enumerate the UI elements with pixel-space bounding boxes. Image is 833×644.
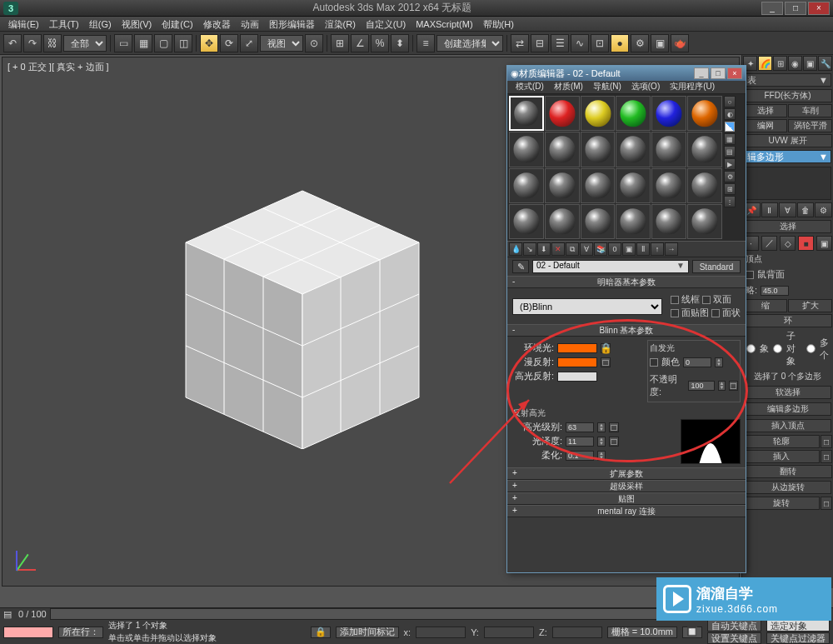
add-time-tag[interactable]: 添加时间标记 bbox=[336, 627, 399, 638]
stack-show[interactable]: Ⅱ bbox=[761, 202, 779, 217]
menu-render[interactable]: 渲染(R) bbox=[320, 17, 361, 31]
material-type-button[interactable]: Standard bbox=[692, 260, 741, 273]
go-parent-button[interactable]: ↑ bbox=[651, 242, 664, 256]
slot-23[interactable] bbox=[651, 204, 686, 239]
extended-rollup-header[interactable]: 扩展参数 bbox=[507, 468, 746, 480]
ring-button[interactable]: 环 bbox=[743, 314, 832, 327]
slot-11[interactable] bbox=[651, 132, 686, 167]
selection-rollup[interactable]: 选择 bbox=[744, 220, 831, 233]
select-button[interactable]: ▭ bbox=[114, 34, 132, 52]
video-check-button[interactable]: ▤ bbox=[724, 146, 736, 157]
slot-14[interactable] bbox=[545, 168, 580, 203]
material-editor-window[interactable]: ◉ 材质编辑器 - 02 - Default _ □ × 模式(D) 材质(M)… bbox=[506, 65, 746, 573]
sel-button[interactable]: 选择 bbox=[743, 104, 787, 117]
backface-check[interactable] bbox=[746, 271, 754, 279]
slot-13[interactable] bbox=[509, 168, 544, 203]
y-input[interactable] bbox=[484, 627, 534, 638]
slot-8[interactable] bbox=[545, 132, 580, 167]
put-to-scene-button[interactable]: ↘ bbox=[523, 242, 536, 256]
medit-maximize[interactable]: □ bbox=[711, 67, 726, 79]
select-name-button[interactable]: ▦ bbox=[134, 34, 152, 52]
subobj-edge[interactable]: ／ bbox=[761, 236, 777, 251]
expand-button[interactable]: 扩大 bbox=[788, 299, 832, 312]
viewport-label[interactable]: [ + 0 正交 ][ 真实 + 边面 ] bbox=[7, 61, 109, 73]
slot-4[interactable] bbox=[616, 96, 651, 131]
softsel-rollup[interactable]: 软选择 bbox=[744, 386, 831, 399]
lathe-button[interactable]: 车削 bbox=[788, 104, 832, 117]
inset-opt[interactable]: □ bbox=[821, 450, 832, 463]
outline-opt[interactable]: □ bbox=[821, 435, 832, 448]
slot-24[interactable] bbox=[687, 204, 722, 239]
background-toggle[interactable] bbox=[725, 122, 735, 132]
slot-17[interactable] bbox=[651, 168, 686, 203]
timeline-config[interactable]: ▤ bbox=[3, 609, 15, 620]
specular-swatch[interactable] bbox=[557, 372, 597, 382]
render-frame-button[interactable]: ▣ bbox=[651, 34, 669, 52]
selectionset-select[interactable]: 创建选择集 bbox=[436, 35, 503, 52]
selfillum-spin-arrows[interactable]: ▲▼ bbox=[715, 357, 723, 367]
slot-19[interactable] bbox=[509, 204, 544, 239]
scene-cube[interactable] bbox=[169, 182, 436, 449]
menu-modifiers[interactable]: 修改器 bbox=[198, 17, 236, 31]
medit-menu-nav[interactable]: 导航(N) bbox=[588, 81, 626, 93]
slot-16[interactable] bbox=[616, 168, 651, 203]
slot-7[interactable] bbox=[509, 132, 544, 167]
spin-button[interactable]: 旋转 bbox=[743, 497, 820, 510]
material-id-button[interactable]: 0 bbox=[608, 242, 621, 256]
stack-remove[interactable]: 🗑 bbox=[797, 202, 815, 217]
radio-subobj[interactable] bbox=[773, 344, 781, 352]
options-button[interactable]: ⚙ bbox=[724, 171, 736, 182]
opacity-map-button[interactable]: □ bbox=[729, 381, 738, 391]
modify-tab[interactable]: 🌈 bbox=[758, 56, 772, 71]
menu-maxscript[interactable]: MAXScript(M) bbox=[411, 17, 477, 31]
setkey-button[interactable]: 设置关键点 bbox=[707, 632, 761, 644]
menu-animation[interactable]: 动画 bbox=[236, 17, 264, 31]
angle-snap[interactable]: ∠ bbox=[351, 34, 369, 52]
lock-button[interactable]: 🔒 bbox=[311, 627, 331, 638]
ambient-swatch[interactable] bbox=[557, 343, 597, 353]
mray-rollup-header[interactable]: mental ray 连接 bbox=[507, 506, 746, 517]
selset-dropdown[interactable]: 选定对象 bbox=[766, 620, 830, 632]
uvw-button[interactable]: UVW 展开 bbox=[743, 134, 832, 147]
put-to-lib-button[interactable]: 📚 bbox=[594, 242, 607, 256]
motion-tab[interactable]: ◉ bbox=[788, 56, 802, 71]
slot-2[interactable] bbox=[545, 96, 580, 131]
show-end-result-button[interactable]: Ⅱ bbox=[636, 242, 650, 256]
medit-close[interactable]: × bbox=[727, 67, 742, 79]
diffuse-map-button[interactable]: □ bbox=[601, 357, 611, 367]
align-button[interactable]: ⊟ bbox=[531, 34, 549, 52]
selfillum-spinner[interactable]: 0 bbox=[683, 357, 711, 367]
script-listener[interactable] bbox=[3, 627, 53, 638]
spinner-snap[interactable]: ⬍ bbox=[391, 34, 409, 52]
outline-button[interactable]: 轮廓 bbox=[743, 435, 820, 448]
curve-editor-button[interactable]: ∿ bbox=[571, 34, 589, 52]
autokey-button[interactable]: 自动关键点 bbox=[707, 620, 761, 632]
menu-customize[interactable]: 自定义(U) bbox=[361, 17, 411, 31]
menu-edit[interactable]: 编辑(E) bbox=[3, 17, 44, 31]
modifier-list[interactable]: 表▼ bbox=[744, 73, 831, 87]
menu-view[interactable]: 视图(V) bbox=[117, 17, 157, 31]
wire-check[interactable] bbox=[671, 296, 679, 304]
soften-spinner[interactable]: 0.1 bbox=[566, 451, 594, 461]
select-by-mat-button[interactable]: ⊞ bbox=[724, 183, 736, 195]
medit-menu-utils[interactable]: 实用程序(U) bbox=[665, 81, 720, 93]
named-sel-button[interactable]: ≡ bbox=[416, 34, 435, 52]
spin-opt[interactable]: □ bbox=[821, 497, 832, 510]
get-material-button[interactable]: 💧 bbox=[509, 242, 522, 256]
menu-group[interactable]: 组(G) bbox=[84, 17, 117, 31]
slot-12[interactable] bbox=[687, 132, 722, 167]
isolate-button[interactable]: 🔲 bbox=[682, 627, 702, 638]
medit-menu-material[interactable]: 材质(M) bbox=[549, 81, 588, 93]
faceted-check[interactable] bbox=[711, 309, 720, 317]
select-rect-button[interactable]: ▢ bbox=[154, 34, 172, 52]
make-unique-button[interactable]: ∀ bbox=[580, 242, 593, 256]
medit-minimize[interactable]: _ bbox=[694, 67, 709, 79]
gloss-map[interactable]: □ bbox=[609, 437, 619, 447]
show-in-viewport-button[interactable]: ▣ bbox=[622, 242, 636, 256]
soften-arrows[interactable]: ▲▼ bbox=[597, 451, 606, 461]
mesh-button[interactable]: 编网 bbox=[743, 119, 787, 132]
radio-obj[interactable] bbox=[746, 344, 755, 352]
z-input[interactable] bbox=[552, 627, 602, 638]
turbo-button[interactable]: 涡轮平滑 bbox=[788, 119, 832, 132]
gloss-arrows[interactable]: ▲▼ bbox=[597, 437, 606, 447]
